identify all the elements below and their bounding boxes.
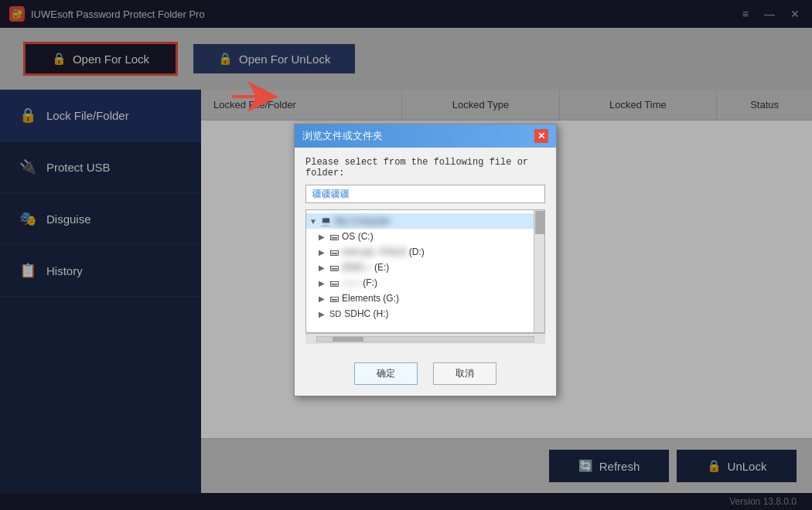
tree-inner: ▼ 💻 My Computer ▶ 🖴 OS (C:) ▶ 🖴 n [306,210,544,325]
tree-arrow-g: ▶ [319,294,326,303]
drive-h-icon: SD [329,309,341,318]
drive-g-icon: 🖴 [329,293,339,304]
tree-arrow-d: ▶ [319,248,326,257]
tree-label-g: Elements (G:) [342,293,399,304]
computer-icon: 💻 [320,216,332,226]
tree-label-f: —— (F:) [342,277,377,288]
tree-root-label: My Computer [335,216,391,226]
hscroll-track[interactable] [316,336,534,342]
modal-overlay: 浏览文件或文件夹 ✕ Please select from the follow… [0,0,812,510]
tree-item-e[interactable]: ▶ 🖴 2020— (E:) [306,260,544,275]
drive-f-icon: 🖴 [329,277,339,288]
drive-e-icon: 🖴 [329,262,339,273]
dialog-title: 浏览文件或文件夹 [302,129,383,143]
tree-arrow-c: ▶ [319,233,326,241]
drive-d-icon: 🖴 [329,246,339,257]
tree-arrow-h: ▶ [319,310,326,318]
dialog-close-button[interactable]: ✕ [534,129,548,143]
tree-item-f[interactable]: ▶ 🖴 —— (F:) [306,275,544,291]
vertical-scrollbar[interactable] [534,210,544,332]
hscroll-thumb[interactable] [333,337,363,342]
tree-item-c[interactable]: ▶ 🖴 OS (C:) [306,229,544,244]
dialog-cancel-button[interactable]: 取消 [433,362,496,385]
dialog-path-input[interactable] [305,185,545,203]
drive-c-icon: 🖴 [329,231,339,242]
dialog-prompt: Please select from the following file or… [305,157,545,178]
tree-item-root[interactable]: ▼ 💻 My Computer [306,213,544,229]
tree-item-h[interactable]: ▶ SD SDHC (H:) [306,306,544,321]
file-browser-dialog: 浏览文件或文件夹 ✕ Please select from the follow… [294,124,557,396]
tree-expand-icon: ▼ [309,217,317,226]
tree-arrow-e: ▶ [319,264,326,272]
tree-label-e: 2020— (E:) [342,262,389,273]
horizontal-scrollbar[interactable] [305,333,545,344]
tree-item-d[interactable]: ▶ 🖴 nvm pa—FOLD (D:) [306,244,544,260]
dialog-titlebar: 浏览文件或文件夹 ✕ [295,124,556,148]
tree-arrow-f: ▶ [319,279,326,287]
tree-label-c: OS (C:) [342,231,374,242]
dialog-buttons: 确定 取消 [295,353,556,396]
scrollbar-thumb[interactable] [535,211,544,234]
dialog-tree[interactable]: ▼ 💻 My Computer ▶ 🖴 OS (C:) ▶ 🖴 n [305,209,545,333]
tree-label-d: nvm pa—FOLD (D:) [342,246,425,257]
dialog-confirm-button[interactable]: 确定 [354,362,418,385]
dialog-content: Please select from the following file or… [295,148,556,353]
tree-item-g[interactable]: ▶ 🖴 Elements (G:) [306,291,544,306]
tree-label-h: SDHC (H:) [344,308,388,319]
